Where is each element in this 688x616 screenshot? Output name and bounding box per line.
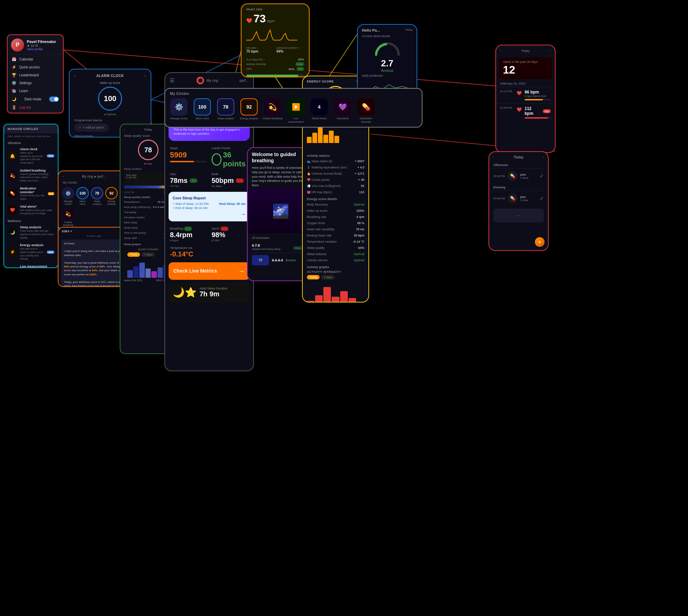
med-check-1[interactable]: ✓	[540, 173, 544, 179]
circle-live-top[interactable]: ▶️ Live measurement	[286, 98, 306, 124]
alerts-summary: Alerts in the past 30 days 12	[499, 57, 552, 79]
intensity-today-tab[interactable]: Today	[307, 275, 320, 279]
alarm-back-nav[interactable]: ‹	[74, 73, 76, 78]
med-header: ‹ Today ›	[489, 152, 548, 163]
add-alarm-button[interactable]: + + Add an alarm	[74, 123, 109, 132]
circle-energy[interactable]: ⚡ Energy analysis Get data and in depth …	[4, 241, 58, 263]
browse-link[interactable]: Browse	[286, 258, 296, 262]
mc-back-nav[interactable]: ‹	[63, 174, 64, 179]
circle-medication[interactable]: 💊 Medication reminder* Smart circles you…	[4, 185, 58, 203]
mc-guided[interactable]: 💫 Guided breathing	[62, 208, 74, 227]
sleep-back-nav[interactable]: ‹	[124, 127, 125, 132]
hrv-section: HRV 78ms 4.3 74.7ms RHR 50bpm 1.9 51.3bp…	[165, 170, 253, 189]
check-live-button[interactable]: Check Live Metrics →	[169, 262, 250, 280]
circle-stress-top[interactable]: 4 Stress levels	[309, 98, 330, 124]
steps-bar	[170, 161, 207, 162]
rhr-energy: Resting heart rate 50 bpm	[303, 232, 368, 239]
mc-manage[interactable]: ⚙️ Manage circles	[62, 187, 74, 206]
breathing-spo2-section: Breathing 0.1 8.4rpm 9.3rpm SpO2 0.2 98%…	[165, 224, 253, 243]
rhr-badge: 1.9	[236, 178, 244, 183]
breathing-478[interactable]: 4-7-8 relaxed and deep sleep Sleep ⋮	[252, 242, 309, 253]
main-menu-icon[interactable]: ☰	[170, 78, 174, 83]
circle-medication-top[interactable]: 💊 Medication reminder	[356, 98, 376, 124]
med-back-nav[interactable]: ‹	[493, 155, 494, 159]
circle-alarm-top[interactable]: 100 Alarm clock	[192, 98, 213, 124]
med-forward-nav[interactable]: ›	[543, 155, 544, 159]
vital-header: ‹ Today ›	[496, 45, 555, 56]
mc-energy[interactable]: 92 Energy analysis	[105, 187, 118, 206]
circle-vital-top[interactable]: 💜 Vital alerts	[332, 98, 353, 124]
dark-mode-toggle[interactable]: 🌙 Dark mode	[8, 95, 63, 103]
med-add-area[interactable]: +	[493, 209, 544, 222]
med-check-2[interactable]: ✓	[540, 196, 544, 201]
sleep-bar-chart	[127, 259, 169, 278]
circle-alarm-name: Alarm clock	[20, 147, 44, 151]
circle-breathing[interactable]: 💫 Guided breathing Launch guided breathi…	[4, 167, 58, 185]
mc-sleep[interactable]: 78 Sleep analysis	[91, 187, 103, 206]
check-live-text: Check Live Metrics	[173, 268, 217, 274]
logout-icon: 🚪	[12, 105, 17, 110]
vital-forward-nav[interactable]: ›	[550, 49, 551, 53]
kira-message: Hi Pavel. I hope you're doing well. Let'…	[61, 240, 127, 287]
manage-circles-subtitle: Add, delete or discover new circles	[4, 133, 58, 139]
vital-back-nav[interactable]: ‹	[500, 49, 501, 53]
vital-item-2: 01:06 PM ❤️ 112 bpm high	[496, 103, 555, 121]
menu-learn[interactable]: 📚 Learn	[8, 87, 63, 95]
core-sleep-arrow[interactable]: →	[241, 211, 246, 217]
medication-panel: ‹ Today › Afternoon 05:06 PM 💊 pivo 1 do…	[488, 151, 549, 251]
ring-icon: ⭕	[196, 76, 205, 85]
circle-guided-top[interactable]: 💫 Guided breathing	[262, 98, 283, 124]
my-circles-label: My Circles	[58, 180, 129, 185]
oxygen-level-energy: Oxygen level 98 %	[303, 220, 368, 226]
wellness-section: Wellness	[4, 217, 58, 223]
circle-sleep-top[interactable]: 78 Sleep analysis	[215, 98, 236, 124]
stress-greeting: Hello Pa...	[362, 28, 380, 32]
mc-alarm[interactable]: 100 Alarm clock	[76, 187, 89, 206]
core-sleep-end: + End of sleep: 06:16 AM	[173, 206, 246, 210]
circle-alarm-desc: Wake up to vibrations and at the right t…	[20, 151, 44, 165]
energy-score-details-label: Energy score details	[303, 195, 368, 201]
circle-energy-top[interactable]: 92 Energy analysis	[239, 98, 259, 124]
accuracy-stat: DATA ACCURACY ↑ 84%	[277, 46, 304, 53]
view-profile-link[interactable]: View profile	[27, 47, 56, 51]
intensity-tabs: Today 7 days	[303, 274, 368, 280]
circle-alarm[interactable]: 🔔 Alarm clock Wake up to vibrations and …	[4, 145, 58, 167]
pct-max-row: % of Max HR ↑ 40%	[246, 58, 304, 61]
intensity-7days-tab[interactable]: 7 days	[321, 275, 335, 279]
today-tab[interactable]: Today	[127, 252, 140, 257]
stress-value: 2.7	[358, 58, 417, 69]
stress-gauge	[372, 41, 403, 56]
manage-circles-title: MANAGE CIRCLES	[4, 124, 58, 133]
my-circles-small-panel: ‹ My ring ● perf... › My Circles ⚙️ Mana…	[58, 170, 130, 231]
activity-volume-energy: Activity volume Optimal	[303, 257, 368, 263]
alert-date: February 16, 2024	[496, 80, 555, 87]
logout-button[interactable]: 🚪 Log out	[8, 103, 63, 111]
vital-bar-2	[525, 117, 551, 119]
circle-vital[interactable]: ❤️ Vital alerts* Get notified when your …	[4, 203, 58, 217]
7days-tab[interactable]: 7 days	[141, 252, 155, 257]
intensity-chart	[307, 282, 364, 302]
hrv-energy: Heart rate variability 78 ms	[303, 226, 368, 232]
menu-leaderboard[interactable]: 🏆 Leaderboard	[8, 71, 63, 79]
activity-graphs-title: Activity graphs	[303, 263, 368, 270]
activity-intensity-title: ACTIVITY INTENSITY	[303, 270, 368, 274]
learn-icon: 📚	[12, 89, 17, 93]
circle-sleep[interactable]: 🌙 Sleep analysis Track sleep data and ge…	[4, 223, 58, 241]
profile-panel: P Pavel Fitnesator ★ 10.7k View profile …	[7, 34, 64, 113]
toggle-switch[interactable]	[49, 97, 59, 102]
circle-manage-top[interactable]: ⚙️ Manage circles	[169, 98, 189, 124]
heart-alert-icon: ❤️	[517, 91, 522, 96]
alarm-forward-nav[interactable]: ›	[144, 73, 146, 78]
programmed-alarms-label: Programmed alarms	[69, 117, 151, 123]
circle-live[interactable]: ▶️ Live measurement Get to see your biom…	[4, 263, 58, 268]
activity-metrics-label: Activity metrics	[303, 152, 368, 158]
menu-quick-access[interactable]: ⚡ Quick access	[8, 63, 63, 71]
sleep-balance-energy: Sleep balance Optimal	[303, 251, 368, 257]
menu-calendar[interactable]: 📅 Calendar	[8, 55, 63, 63]
rhr-sub: 51.3bpm	[212, 185, 248, 188]
menu-settings[interactable]: ⚙️ Settings	[8, 79, 63, 87]
med-add-button[interactable]: +	[535, 237, 545, 247]
heart-bpm-value: 73	[254, 12, 266, 25]
heart-title: Heart rate	[241, 4, 309, 12]
spo2-bar-fill	[246, 75, 298, 77]
